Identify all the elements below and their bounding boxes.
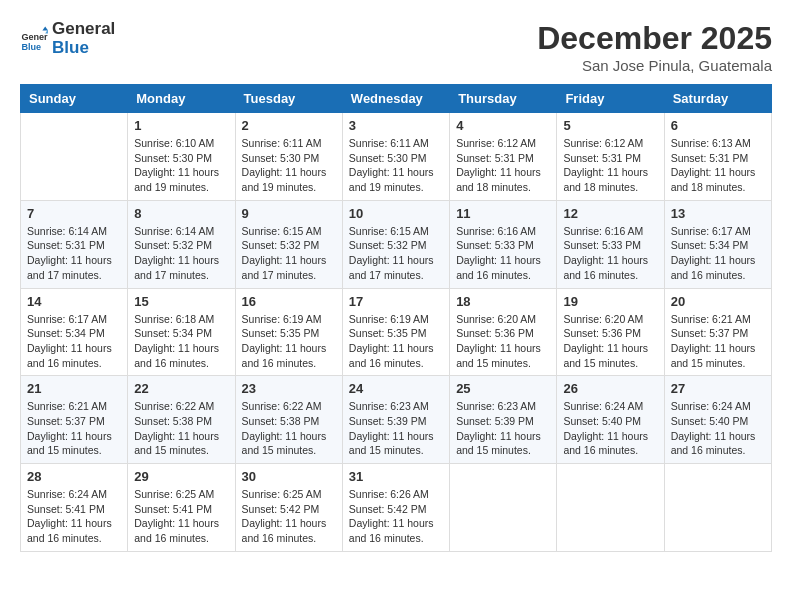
day-info: Sunrise: 6:14 AM Sunset: 5:31 PM Dayligh… <box>27 224 121 283</box>
calendar-cell: 10Sunrise: 6:15 AM Sunset: 5:32 PM Dayli… <box>342 200 449 288</box>
day-number: 19 <box>563 294 657 309</box>
day-info: Sunrise: 6:23 AM Sunset: 5:39 PM Dayligh… <box>456 399 550 458</box>
day-info: Sunrise: 6:17 AM Sunset: 5:34 PM Dayligh… <box>671 224 765 283</box>
day-info: Sunrise: 6:25 AM Sunset: 5:42 PM Dayligh… <box>242 487 336 546</box>
calendar-cell: 15Sunrise: 6:18 AM Sunset: 5:34 PM Dayli… <box>128 288 235 376</box>
day-info: Sunrise: 6:19 AM Sunset: 5:35 PM Dayligh… <box>242 312 336 371</box>
calendar-cell: 5Sunrise: 6:12 AM Sunset: 5:31 PM Daylig… <box>557 113 664 201</box>
calendar-cell: 21Sunrise: 6:21 AM Sunset: 5:37 PM Dayli… <box>21 376 128 464</box>
calendar-header-row: Sunday Monday Tuesday Wednesday Thursday… <box>21 85 772 113</box>
calendar-cell: 3Sunrise: 6:11 AM Sunset: 5:30 PM Daylig… <box>342 113 449 201</box>
day-info: Sunrise: 6:15 AM Sunset: 5:32 PM Dayligh… <box>242 224 336 283</box>
logo-blue: Blue <box>52 39 115 58</box>
day-number: 7 <box>27 206 121 221</box>
calendar-week-row: 1Sunrise: 6:10 AM Sunset: 5:30 PM Daylig… <box>21 113 772 201</box>
day-number: 25 <box>456 381 550 396</box>
day-info: Sunrise: 6:18 AM Sunset: 5:34 PM Dayligh… <box>134 312 228 371</box>
logo-general: General <box>52 20 115 39</box>
day-number: 14 <box>27 294 121 309</box>
day-info: Sunrise: 6:24 AM Sunset: 5:40 PM Dayligh… <box>563 399 657 458</box>
day-info: Sunrise: 6:20 AM Sunset: 5:36 PM Dayligh… <box>563 312 657 371</box>
calendar-week-row: 28Sunrise: 6:24 AM Sunset: 5:41 PM Dayli… <box>21 464 772 552</box>
day-number: 27 <box>671 381 765 396</box>
header-saturday: Saturday <box>664 85 771 113</box>
calendar-week-row: 14Sunrise: 6:17 AM Sunset: 5:34 PM Dayli… <box>21 288 772 376</box>
day-number: 24 <box>349 381 443 396</box>
day-number: 23 <box>242 381 336 396</box>
day-number: 11 <box>456 206 550 221</box>
month-title: December 2025 <box>537 20 772 57</box>
day-info: Sunrise: 6:16 AM Sunset: 5:33 PM Dayligh… <box>456 224 550 283</box>
day-info: Sunrise: 6:22 AM Sunset: 5:38 PM Dayligh… <box>134 399 228 458</box>
logo-icon: General Blue <box>20 25 48 53</box>
page-header: General Blue General Blue December 2025 … <box>20 20 772 74</box>
day-info: Sunrise: 6:25 AM Sunset: 5:41 PM Dayligh… <box>134 487 228 546</box>
day-info: Sunrise: 6:16 AM Sunset: 5:33 PM Dayligh… <box>563 224 657 283</box>
header-thursday: Thursday <box>450 85 557 113</box>
day-info: Sunrise: 6:19 AM Sunset: 5:35 PM Dayligh… <box>349 312 443 371</box>
calendar-cell: 9Sunrise: 6:15 AM Sunset: 5:32 PM Daylig… <box>235 200 342 288</box>
day-number: 9 <box>242 206 336 221</box>
day-info: Sunrise: 6:14 AM Sunset: 5:32 PM Dayligh… <box>134 224 228 283</box>
day-number: 5 <box>563 118 657 133</box>
header-monday: Monday <box>128 85 235 113</box>
title-block: December 2025 San Jose Pinula, Guatemala <box>537 20 772 74</box>
calendar-cell: 26Sunrise: 6:24 AM Sunset: 5:40 PM Dayli… <box>557 376 664 464</box>
calendar-cell: 2Sunrise: 6:11 AM Sunset: 5:30 PM Daylig… <box>235 113 342 201</box>
logo: General Blue General Blue <box>20 20 115 57</box>
calendar-cell: 29Sunrise: 6:25 AM Sunset: 5:41 PM Dayli… <box>128 464 235 552</box>
day-info: Sunrise: 6:22 AM Sunset: 5:38 PM Dayligh… <box>242 399 336 458</box>
location: San Jose Pinula, Guatemala <box>537 57 772 74</box>
calendar-cell: 4Sunrise: 6:12 AM Sunset: 5:31 PM Daylig… <box>450 113 557 201</box>
calendar-cell: 11Sunrise: 6:16 AM Sunset: 5:33 PM Dayli… <box>450 200 557 288</box>
calendar-cell: 25Sunrise: 6:23 AM Sunset: 5:39 PM Dayli… <box>450 376 557 464</box>
day-number: 1 <box>134 118 228 133</box>
svg-text:Blue: Blue <box>21 41 41 51</box>
day-info: Sunrise: 6:23 AM Sunset: 5:39 PM Dayligh… <box>349 399 443 458</box>
day-number: 21 <box>27 381 121 396</box>
day-number: 15 <box>134 294 228 309</box>
day-number: 17 <box>349 294 443 309</box>
day-number: 12 <box>563 206 657 221</box>
day-info: Sunrise: 6:11 AM Sunset: 5:30 PM Dayligh… <box>349 136 443 195</box>
calendar-cell: 13Sunrise: 6:17 AM Sunset: 5:34 PM Dayli… <box>664 200 771 288</box>
day-info: Sunrise: 6:26 AM Sunset: 5:42 PM Dayligh… <box>349 487 443 546</box>
calendar-week-row: 21Sunrise: 6:21 AM Sunset: 5:37 PM Dayli… <box>21 376 772 464</box>
calendar-cell: 12Sunrise: 6:16 AM Sunset: 5:33 PM Dayli… <box>557 200 664 288</box>
day-info: Sunrise: 6:12 AM Sunset: 5:31 PM Dayligh… <box>456 136 550 195</box>
calendar-cell: 7Sunrise: 6:14 AM Sunset: 5:31 PM Daylig… <box>21 200 128 288</box>
day-number: 30 <box>242 469 336 484</box>
calendar-table: Sunday Monday Tuesday Wednesday Thursday… <box>20 84 772 552</box>
calendar-cell: 24Sunrise: 6:23 AM Sunset: 5:39 PM Dayli… <box>342 376 449 464</box>
header-wednesday: Wednesday <box>342 85 449 113</box>
day-number: 10 <box>349 206 443 221</box>
calendar-week-row: 7Sunrise: 6:14 AM Sunset: 5:31 PM Daylig… <box>21 200 772 288</box>
calendar-cell: 19Sunrise: 6:20 AM Sunset: 5:36 PM Dayli… <box>557 288 664 376</box>
day-info: Sunrise: 6:15 AM Sunset: 5:32 PM Dayligh… <box>349 224 443 283</box>
calendar-cell <box>557 464 664 552</box>
day-number: 20 <box>671 294 765 309</box>
calendar-cell: 23Sunrise: 6:22 AM Sunset: 5:38 PM Dayli… <box>235 376 342 464</box>
calendar-cell: 17Sunrise: 6:19 AM Sunset: 5:35 PM Dayli… <box>342 288 449 376</box>
calendar-cell: 16Sunrise: 6:19 AM Sunset: 5:35 PM Dayli… <box>235 288 342 376</box>
day-number: 18 <box>456 294 550 309</box>
calendar-cell: 6Sunrise: 6:13 AM Sunset: 5:31 PM Daylig… <box>664 113 771 201</box>
day-info: Sunrise: 6:17 AM Sunset: 5:34 PM Dayligh… <box>27 312 121 371</box>
calendar-cell <box>21 113 128 201</box>
calendar-cell: 14Sunrise: 6:17 AM Sunset: 5:34 PM Dayli… <box>21 288 128 376</box>
calendar-cell: 18Sunrise: 6:20 AM Sunset: 5:36 PM Dayli… <box>450 288 557 376</box>
day-number: 22 <box>134 381 228 396</box>
header-tuesday: Tuesday <box>235 85 342 113</box>
day-info: Sunrise: 6:24 AM Sunset: 5:40 PM Dayligh… <box>671 399 765 458</box>
day-info: Sunrise: 6:13 AM Sunset: 5:31 PM Dayligh… <box>671 136 765 195</box>
calendar-cell <box>664 464 771 552</box>
day-number: 31 <box>349 469 443 484</box>
day-number: 26 <box>563 381 657 396</box>
calendar-cell: 27Sunrise: 6:24 AM Sunset: 5:40 PM Dayli… <box>664 376 771 464</box>
header-friday: Friday <box>557 85 664 113</box>
header-sunday: Sunday <box>21 85 128 113</box>
calendar-cell: 28Sunrise: 6:24 AM Sunset: 5:41 PM Dayli… <box>21 464 128 552</box>
day-info: Sunrise: 6:21 AM Sunset: 5:37 PM Dayligh… <box>27 399 121 458</box>
day-number: 8 <box>134 206 228 221</box>
calendar-cell: 22Sunrise: 6:22 AM Sunset: 5:38 PM Dayli… <box>128 376 235 464</box>
